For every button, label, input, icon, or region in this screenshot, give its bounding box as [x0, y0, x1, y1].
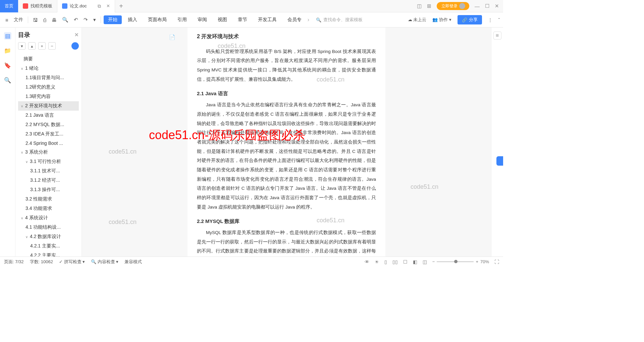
toc-item[interactable]: 摘要 — [18, 54, 79, 64]
toolbar: ≡ 文件 🖫 ⎙ 🖶 🔍 ↶ ↷ ▾ 开始 插入 页面布局 引用 审阅 视图 章… — [0, 12, 503, 27]
view-icon[interactable]: 👁 — [365, 259, 369, 265]
toc-item[interactable]: 4.2.2 主要实... — [18, 251, 79, 256]
fit-icon[interactable]: ◫ — [423, 259, 427, 265]
search-panel-icon[interactable]: 🔍 — [4, 76, 11, 84]
spell-check[interactable]: ✓ 拼写检查 ▾ — [59, 259, 85, 265]
compat-mode[interactable]: 兼容模式 — [124, 259, 142, 265]
remove-icon[interactable]: − — [48, 42, 56, 50]
save-icon[interactable]: 🖫 — [31, 17, 40, 23]
page-indicator[interactable]: 页面: 7/32 — [4, 259, 24, 265]
close-outline-icon[interactable]: ✕ — [74, 32, 79, 38]
more-icon[interactable]: ⋮ — [488, 17, 492, 22]
print-icon[interactable]: 🖶 — [50, 17, 59, 23]
toc-item[interactable]: 1.1项目背景与问... — [18, 73, 79, 82]
cloud-status[interactable]: ☁ 未上云 — [408, 17, 427, 23]
collab-button[interactable]: 👥 协作 ▾ — [432, 17, 451, 23]
toc-item[interactable]: ∨1 绪论 — [18, 64, 79, 73]
menu-chapter[interactable]: 章节 — [233, 17, 252, 23]
menu-icon[interactable]: ≡ — [3, 17, 10, 23]
bookmark-icon[interactable]: 🔖 — [4, 62, 11, 69]
toc-item[interactable]: ∨4 系统设计 — [18, 213, 79, 223]
toc-item[interactable]: 2.2 MYSQL 数据... — [18, 120, 79, 129]
collapse-right-icon[interactable]: ≡ — [493, 32, 501, 40]
paragraph: MySQL 数据库是关系型数据库的一种，也是传统的行式数据模式，获取一些数据是先… — [197, 228, 376, 256]
menu-layout[interactable]: 页面布局 — [143, 17, 171, 23]
toc-item[interactable]: 3.4 功能需求 — [18, 204, 79, 213]
toc-item[interactable]: ∨2 开发环境与技术 — [18, 101, 79, 111]
add-icon[interactable]: + — [38, 42, 46, 50]
dropdown-icon[interactable]: ▾ — [91, 17, 98, 23]
zoom-slider[interactable] — [437, 261, 474, 262]
watermark-big: code51.cn-源码乐园盗图必杀 — [149, 127, 305, 144]
layout-icon[interactable]: ◫ — [417, 3, 422, 9]
chevron-icon[interactable]: ˇ — [498, 17, 500, 22]
sync-icon[interactable] — [71, 42, 79, 50]
login-button[interactable]: 立即登录 — [437, 2, 469, 10]
login-label: 立即登录 — [441, 3, 458, 9]
preview-icon[interactable]: 🔍 — [60, 17, 70, 23]
menu-devtools[interactable]: 开发工具 — [253, 17, 281, 23]
toc-item[interactable]: 3.1.1 技术可... — [18, 166, 79, 176]
menu-vip[interactable]: 会员专 — [283, 17, 306, 23]
paragraph: 码头船只货柜管理系统采用基于 B/S 架构，对应使用 Spring Boot 技… — [197, 47, 376, 84]
undo-icon[interactable]: ↶ — [72, 17, 80, 23]
zoom-control[interactable]: − + 70% — [432, 259, 489, 264]
toc-item[interactable]: 3.1.3 操作可... — [18, 185, 79, 194]
toc-item[interactable]: 2.4 Spring Boot ... — [18, 139, 79, 148]
tab-doc[interactable]: 论文.doc ⧉ × — [57, 0, 115, 12]
toc-item[interactable]: 3.2 性能需求 — [18, 194, 79, 204]
toc-item[interactable]: 4.1 功能结构设... — [18, 223, 79, 232]
toc-item[interactable]: 3.1.2 经济可... — [18, 176, 79, 185]
toc-item[interactable]: 4.2.1 主要实... — [18, 241, 79, 251]
search-box[interactable]: 🔍查找命令、搜索模板 — [316, 17, 363, 23]
toc-item[interactable]: 1.2研究的意义 — [18, 82, 79, 92]
menu-ref[interactable]: 引用 — [173, 17, 192, 23]
sun-icon[interactable]: ☀ — [375, 259, 379, 265]
minimize-icon[interactable]: — — [475, 3, 480, 9]
web-view-icon[interactable]: ☐ — [403, 259, 408, 265]
word-count[interactable]: 字数: 10062 — [30, 259, 53, 265]
toc-item[interactable]: 2.3 IDEA 开发工... — [18, 129, 79, 139]
toc-item[interactable]: 1.3研究内容 — [18, 92, 79, 101]
restore-icon[interactable]: ⧉ — [98, 3, 101, 9]
menu-view[interactable]: 视图 — [213, 17, 232, 23]
redo-icon[interactable]: ↷ — [82, 17, 90, 23]
maximize-icon[interactable]: ☐ — [485, 3, 489, 9]
collapse-all-icon[interactable]: ▾ — [18, 42, 25, 50]
side-flag[interactable] — [496, 156, 503, 166]
folder-icon[interactable]: 📁 — [4, 47, 11, 54]
toc-item[interactable]: ∨3 系统分析 — [18, 148, 79, 157]
tab-home[interactable]: 首页 — [0, 0, 18, 12]
zoom-out-icon[interactable]: − — [432, 259, 435, 264]
document-area: 📄 code51.cn code51.cn code51.cn code51.c… — [82, 27, 491, 256]
new-tab-button[interactable]: + — [115, 2, 127, 10]
layout-view-icon[interactable]: ◧ — [413, 259, 417, 265]
watermark: code51.cn — [317, 217, 344, 224]
close-window-icon[interactable]: ✕ — [495, 3, 499, 9]
toc-item[interactable]: ∨4.2 数据库设计 — [18, 232, 79, 241]
export-icon[interactable]: ⎙ — [41, 17, 48, 23]
watermark: code51.cn — [109, 148, 137, 155]
tab-template[interactable]: 找稻壳模板 — [18, 0, 57, 12]
toc-item[interactable]: 2.1 Java 语言 — [18, 111, 79, 120]
menu-review[interactable]: 审阅 — [193, 17, 212, 23]
book-view-icon[interactable]: ▯▯ — [392, 259, 398, 265]
page-view-icon[interactable]: ▯ — [384, 259, 387, 265]
share-button[interactable]: 🔗 分享 — [458, 15, 482, 24]
zoom-in-icon[interactable]: + — [476, 259, 478, 264]
menu-start[interactable]: 开始 — [104, 15, 122, 24]
heading-2: 2 开发环境与技术 — [197, 31, 376, 42]
toc-item[interactable]: ∨3.1 可行性分析 — [18, 157, 79, 166]
grid-icon[interactable]: ⊞ — [427, 3, 431, 9]
expand-all-icon[interactable]: ▴ — [28, 42, 36, 50]
file-menu[interactable]: 文件 — [12, 17, 25, 23]
outline-title: 目录 — [18, 31, 30, 39]
avatar — [459, 3, 465, 9]
outline-tab-icon[interactable]: ▤ — [4, 32, 11, 40]
fullscreen-icon[interactable]: ⛶ — [494, 259, 499, 265]
search-placeholder: 查找命令、搜索模板 — [323, 17, 363, 23]
menu-insert[interactable]: 插入 — [123, 17, 142, 23]
content-check[interactable]: 🔍 内容检查 ▾ — [91, 259, 118, 265]
heading-3: 2.1 Java 语言 — [197, 89, 376, 99]
close-icon[interactable]: × — [107, 3, 110, 9]
